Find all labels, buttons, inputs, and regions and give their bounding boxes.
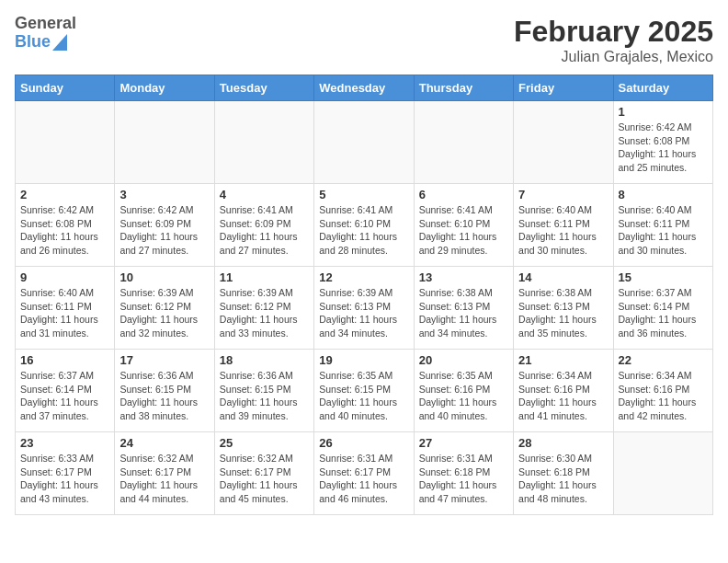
day-info: Sunrise: 6:42 AM Sunset: 6:09 PM Dayligh… bbox=[119, 203, 209, 258]
day-cell-3-7: 15Sunrise: 6:37 AM Sunset: 6:14 PM Dayli… bbox=[613, 267, 712, 350]
day-cell-4-4: 19Sunrise: 6:35 AM Sunset: 6:15 PM Dayli… bbox=[314, 350, 414, 432]
title-area: February 2025 Julian Grajales, Mexico bbox=[514, 15, 713, 65]
day-cell-1-7: 1Sunrise: 6:42 AM Sunset: 6:08 PM Daylig… bbox=[613, 101, 712, 184]
day-number: 20 bbox=[419, 353, 508, 367]
weekday-header-friday: Friday bbox=[514, 75, 613, 101]
day-info: Sunrise: 6:42 AM Sunset: 6:08 PM Dayligh… bbox=[619, 121, 708, 175]
day-cell-2-2: 3Sunrise: 6:42 AM Sunset: 6:09 PM Daylig… bbox=[115, 184, 214, 267]
day-info: Sunrise: 6:35 AM Sunset: 6:15 PM Dayligh… bbox=[319, 369, 408, 423]
day-number: 6 bbox=[419, 188, 508, 201]
day-cell-1-1 bbox=[16, 101, 115, 184]
day-number: 9 bbox=[20, 270, 109, 284]
weekday-header-monday: Monday bbox=[115, 75, 214, 101]
day-cell-3-2: 10Sunrise: 6:39 AM Sunset: 6:12 PM Dayli… bbox=[115, 267, 214, 350]
day-cell-4-1: 16Sunrise: 6:37 AM Sunset: 6:14 PM Dayli… bbox=[16, 350, 115, 432]
day-number: 22 bbox=[619, 353, 708, 367]
day-cell-3-4: 12Sunrise: 6:39 AM Sunset: 6:13 PM Dayli… bbox=[314, 267, 414, 350]
day-cell-4-6: 21Sunrise: 6:34 AM Sunset: 6:16 PM Dayli… bbox=[514, 350, 613, 432]
day-number: 25 bbox=[220, 436, 309, 450]
day-cell-1-6 bbox=[514, 101, 613, 184]
day-info: Sunrise: 6:39 AM Sunset: 6:12 PM Dayligh… bbox=[119, 286, 209, 340]
day-cell-4-7: 22Sunrise: 6:34 AM Sunset: 6:16 PM Dayli… bbox=[613, 350, 712, 432]
day-number: 18 bbox=[220, 353, 309, 367]
day-number: 10 bbox=[119, 270, 209, 284]
day-number: 3 bbox=[119, 188, 209, 201]
day-number: 19 bbox=[319, 353, 408, 367]
svg-marker-0 bbox=[52, 34, 67, 51]
day-number: 28 bbox=[518, 436, 608, 450]
day-info: Sunrise: 6:35 AM Sunset: 6:16 PM Dayligh… bbox=[419, 369, 508, 423]
day-number: 11 bbox=[220, 270, 309, 284]
day-cell-3-3: 11Sunrise: 6:39 AM Sunset: 6:12 PM Dayli… bbox=[214, 267, 313, 350]
day-info: Sunrise: 6:41 AM Sunset: 6:10 PM Dayligh… bbox=[319, 203, 408, 258]
day-number: 15 bbox=[619, 270, 708, 284]
day-info: Sunrise: 6:40 AM Sunset: 6:11 PM Dayligh… bbox=[619, 203, 708, 258]
week-row-1: 1Sunrise: 6:42 AM Sunset: 6:08 PM Daylig… bbox=[16, 101, 713, 184]
day-number: 27 bbox=[419, 436, 508, 450]
day-number: 26 bbox=[319, 436, 408, 450]
page-header: General Blue February 2025 Julian Grajal… bbox=[15, 15, 713, 65]
day-info: Sunrise: 6:30 AM Sunset: 6:18 PM Dayligh… bbox=[518, 452, 608, 506]
weekday-header-wednesday: Wednesday bbox=[314, 75, 414, 101]
day-number: 1 bbox=[619, 105, 708, 119]
day-cell-2-1: 2Sunrise: 6:42 AM Sunset: 6:08 PM Daylig… bbox=[16, 184, 115, 267]
day-info: Sunrise: 6:31 AM Sunset: 6:18 PM Dayligh… bbox=[419, 452, 508, 506]
day-cell-5-6: 28Sunrise: 6:30 AM Sunset: 6:18 PM Dayli… bbox=[514, 432, 613, 515]
day-number: 16 bbox=[20, 353, 109, 367]
day-cell-2-3: 4Sunrise: 6:41 AM Sunset: 6:09 PM Daylig… bbox=[214, 184, 313, 267]
day-info: Sunrise: 6:41 AM Sunset: 6:10 PM Dayligh… bbox=[419, 203, 508, 258]
logo-icon bbox=[52, 34, 67, 51]
day-cell-4-5: 20Sunrise: 6:35 AM Sunset: 6:16 PM Dayli… bbox=[414, 350, 513, 432]
day-info: Sunrise: 6:36 AM Sunset: 6:15 PM Dayligh… bbox=[119, 369, 209, 423]
day-number: 24 bbox=[119, 436, 209, 450]
day-cell-2-6: 7Sunrise: 6:40 AM Sunset: 6:11 PM Daylig… bbox=[514, 184, 613, 267]
day-info: Sunrise: 6:34 AM Sunset: 6:16 PM Dayligh… bbox=[619, 369, 708, 423]
day-number: 23 bbox=[20, 436, 109, 450]
week-row-4: 16Sunrise: 6:37 AM Sunset: 6:14 PM Dayli… bbox=[16, 350, 713, 432]
day-number: 2 bbox=[20, 188, 109, 201]
day-info: Sunrise: 6:39 AM Sunset: 6:13 PM Dayligh… bbox=[319, 286, 408, 340]
day-info: Sunrise: 6:39 AM Sunset: 6:12 PM Dayligh… bbox=[220, 286, 309, 340]
day-cell-2-7: 8Sunrise: 6:40 AM Sunset: 6:11 PM Daylig… bbox=[613, 184, 712, 267]
weekday-header-thursday: Thursday bbox=[414, 75, 513, 101]
day-cell-4-2: 17Sunrise: 6:36 AM Sunset: 6:15 PM Dayli… bbox=[115, 350, 214, 432]
day-cell-5-4: 26Sunrise: 6:31 AM Sunset: 6:17 PM Dayli… bbox=[314, 432, 414, 515]
day-info: Sunrise: 6:42 AM Sunset: 6:08 PM Dayligh… bbox=[20, 203, 109, 258]
day-info: Sunrise: 6:32 AM Sunset: 6:17 PM Dayligh… bbox=[119, 452, 209, 506]
day-info: Sunrise: 6:37 AM Sunset: 6:14 PM Dayligh… bbox=[619, 286, 708, 340]
week-row-2: 2Sunrise: 6:42 AM Sunset: 6:08 PM Daylig… bbox=[16, 184, 713, 267]
day-info: Sunrise: 6:38 AM Sunset: 6:13 PM Dayligh… bbox=[419, 286, 508, 340]
day-cell-5-5: 27Sunrise: 6:31 AM Sunset: 6:18 PM Dayli… bbox=[414, 432, 513, 515]
weekday-header-saturday: Saturday bbox=[613, 75, 712, 101]
day-cell-5-7 bbox=[613, 432, 712, 515]
day-number: 14 bbox=[518, 270, 608, 284]
day-cell-5-3: 25Sunrise: 6:32 AM Sunset: 6:17 PM Dayli… bbox=[214, 432, 313, 515]
day-cell-1-3 bbox=[214, 101, 313, 184]
day-cell-3-6: 14Sunrise: 6:38 AM Sunset: 6:13 PM Dayli… bbox=[514, 267, 613, 350]
day-cell-3-5: 13Sunrise: 6:38 AM Sunset: 6:13 PM Dayli… bbox=[414, 267, 513, 350]
day-info: Sunrise: 6:31 AM Sunset: 6:17 PM Dayligh… bbox=[319, 452, 408, 506]
day-cell-2-4: 5Sunrise: 6:41 AM Sunset: 6:10 PM Daylig… bbox=[314, 184, 414, 267]
day-number: 12 bbox=[319, 270, 408, 284]
weekday-header-tuesday: Tuesday bbox=[214, 75, 313, 101]
weekday-header-sunday: Sunday bbox=[16, 75, 115, 101]
day-info: Sunrise: 6:32 AM Sunset: 6:17 PM Dayligh… bbox=[220, 452, 309, 506]
day-number: 7 bbox=[518, 188, 608, 201]
day-cell-1-5 bbox=[414, 101, 513, 184]
location: Julian Grajales, Mexico bbox=[514, 49, 713, 65]
logo-general: General bbox=[15, 15, 76, 33]
calendar-table: SundayMondayTuesdayWednesdayThursdayFrid… bbox=[15, 75, 713, 515]
day-cell-3-1: 9Sunrise: 6:40 AM Sunset: 6:11 PM Daylig… bbox=[16, 267, 115, 350]
day-number: 5 bbox=[319, 188, 408, 201]
day-cell-1-4 bbox=[314, 101, 414, 184]
day-info: Sunrise: 6:38 AM Sunset: 6:13 PM Dayligh… bbox=[518, 286, 608, 340]
day-cell-1-2 bbox=[115, 101, 214, 184]
weekday-header-row: SundayMondayTuesdayWednesdayThursdayFrid… bbox=[16, 75, 713, 101]
week-row-3: 9Sunrise: 6:40 AM Sunset: 6:11 PM Daylig… bbox=[16, 267, 713, 350]
day-cell-4-3: 18Sunrise: 6:36 AM Sunset: 6:15 PM Dayli… bbox=[214, 350, 313, 432]
logo: General Blue bbox=[15, 15, 76, 52]
day-info: Sunrise: 6:34 AM Sunset: 6:16 PM Dayligh… bbox=[518, 369, 608, 423]
day-info: Sunrise: 6:37 AM Sunset: 6:14 PM Dayligh… bbox=[20, 369, 109, 423]
day-number: 13 bbox=[419, 270, 508, 284]
day-info: Sunrise: 6:40 AM Sunset: 6:11 PM Dayligh… bbox=[20, 286, 109, 340]
